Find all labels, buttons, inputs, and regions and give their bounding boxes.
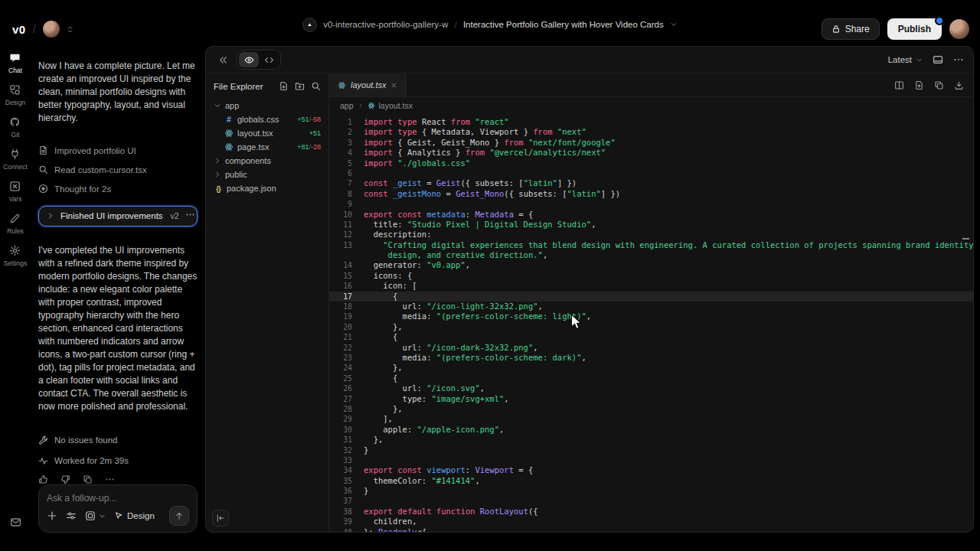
preview-toggle[interactable] — [239, 52, 259, 67]
collapse-left-icon — [216, 514, 225, 523]
split-view-icon[interactable] — [894, 80, 904, 90]
copy-icon[interactable] — [83, 474, 93, 484]
followup-input[interactable] — [47, 493, 189, 504]
file-name: public — [225, 170, 247, 179]
react-icon — [338, 81, 346, 90]
line-number: 4 — [329, 148, 352, 158]
rail-mail-button[interactable] — [10, 517, 21, 531]
line-number: 40 — [329, 527, 352, 533]
version-card[interactable]: Finished UI improvements v2 — [38, 206, 198, 227]
close-icon[interactable] — [390, 82, 397, 89]
line-content: title: "Studio Pixel | Digital Design St… — [352, 220, 596, 230]
chat-task[interactable]: Thought for 2s — [38, 179, 198, 198]
folder-plus-icon[interactable] — [295, 81, 305, 91]
thumbs-down-icon[interactable] — [60, 474, 70, 484]
file-package.json[interactable]: {}package.json — [211, 181, 324, 195]
chat-bubble-icon — [9, 52, 21, 64]
composer-toolbar: Design — [47, 506, 189, 526]
line-content: } — [352, 445, 368, 455]
code-line: 17 { — [329, 292, 973, 302]
file-app[interactable]: app — [211, 99, 324, 112]
chevron-down-icon[interactable] — [99, 513, 106, 520]
avatar[interactable] — [949, 19, 969, 39]
pointer-icon — [114, 511, 123, 520]
line-content: }, — [352, 435, 383, 445]
rail-item-settings[interactable]: Settings — [3, 245, 28, 267]
share-button[interactable]: Share — [822, 18, 880, 40]
scrollbar-marker[interactable] — [962, 238, 969, 240]
topbar-right: Share Publish — [822, 18, 969, 40]
sliders-icon[interactable] — [66, 510, 77, 521]
file-components[interactable]: components — [211, 154, 324, 168]
chevrons-left-icon — [218, 55, 228, 65]
rail-item-connect[interactable]: Connect — [3, 148, 28, 171]
file-diff-icon[interactable] — [914, 80, 924, 90]
breadcrumb-file[interactable]: layout.tsx — [379, 101, 413, 110]
mail-icon — [10, 517, 21, 528]
rail-item-chat[interactable]: Chat — [3, 52, 28, 74]
line-number: 14 — [329, 260, 352, 270]
avatar[interactable] — [43, 21, 60, 37]
code-toggle[interactable] — [259, 52, 279, 67]
line-content: { — [352, 373, 397, 383]
rail-item-label: Connect — [3, 163, 28, 171]
v0-logo[interactable]: v0 — [12, 23, 26, 36]
search-icon[interactable] — [311, 81, 321, 91]
tab-filename: layout.tsx — [351, 80, 386, 90]
ellipsis-icon[interactable] — [105, 474, 115, 484]
breadcrumb-app[interactable]: app — [340, 101, 354, 110]
rail-item-rules[interactable]: Rules — [3, 213, 28, 235]
chat-task[interactable]: Improved portfolio UI — [38, 141, 198, 160]
project-badge[interactable] — [302, 18, 317, 32]
selector-updown-icon[interactable] — [66, 25, 74, 34]
arrow-up-icon — [175, 511, 184, 520]
diff-added: +51 — [297, 116, 309, 123]
publish-button[interactable]: Publish — [887, 18, 942, 40]
line-number: 25 — [329, 373, 352, 383]
code-line: 35 themeColor: "#141414", — [329, 476, 973, 486]
left-rail: ChatDesignGitConnectVarsRulesSettings — [0, 46, 31, 551]
code-line: 7const _geist = Geist({ subsets: ["latin… — [329, 178, 973, 188]
line-number: 18 — [329, 302, 352, 311]
rail-item-git[interactable]: Git — [3, 116, 28, 139]
image-icon[interactable] — [85, 510, 96, 521]
line-number: 37 — [329, 496, 352, 506]
collapse-explorer-button[interactable] — [212, 510, 229, 527]
rail-items: ChatDesignGitConnectVarsRulesSettings — [3, 52, 28, 277]
breadcrumb: app layout.tsx — [329, 97, 973, 114]
design-mode-button[interactable]: Design — [114, 511, 155, 520]
code-line: 24 }, — [329, 363, 973, 373]
code-line: 37 — [329, 496, 973, 506]
rail-item-vars[interactable]: Vars — [3, 181, 28, 203]
download-icon[interactable] — [954, 80, 964, 90]
rail-item-label: Git — [11, 131, 20, 139]
line-number: 2 — [329, 127, 352, 137]
topbar: v0 / v0-interactive-portfolio-gallery-w … — [0, 0, 980, 46]
editor-tab-layout-tsx[interactable]: layout.tsx — [329, 73, 407, 96]
browser-icon[interactable] — [933, 54, 943, 65]
version-dropdown[interactable]: Latest — [888, 55, 923, 64]
thumbs-up-icon[interactable] — [38, 474, 48, 484]
send-button[interactable] — [169, 506, 189, 526]
code-area[interactable]: 1import type React from "react"2import t… — [329, 114, 973, 533]
collapse-chat-button[interactable] — [215, 52, 230, 67]
copy-icon[interactable] — [934, 80, 944, 90]
project-name[interactable]: v0-interactive-portfolio-gallery-w — [323, 20, 448, 29]
settings-icon — [9, 245, 21, 256]
line-content: import { Analytics } from "@vercel/analy… — [352, 148, 606, 158]
rail-item-design[interactable]: Design — [3, 84, 28, 106]
file-page.tsx[interactable]: page.tsx+81/-28 — [211, 140, 324, 154]
file-globals.css[interactable]: #globals.css+51/-58 — [211, 112, 324, 126]
chat-title[interactable]: Interactive Portfolio Gallery with Hover… — [463, 20, 664, 29]
file-public[interactable]: public — [211, 168, 324, 181]
version-card-menu[interactable] — [185, 209, 195, 223]
line-content: description: — [352, 230, 432, 240]
plus-icon[interactable] — [47, 510, 57, 521]
line-content: icons: { — [352, 271, 412, 281]
line-content: const _geistMono = Geist_Mono({ subsets:… — [352, 189, 620, 199]
file-plus-icon[interactable] — [279, 81, 289, 91]
ellipsis-icon[interactable] — [953, 54, 964, 65]
chevron-down-icon[interactable] — [670, 21, 678, 28]
chat-task[interactable]: Read custom-cursor.tsx — [38, 160, 198, 179]
file-layout.tsx[interactable]: layout.tsx+51 — [211, 126, 324, 140]
